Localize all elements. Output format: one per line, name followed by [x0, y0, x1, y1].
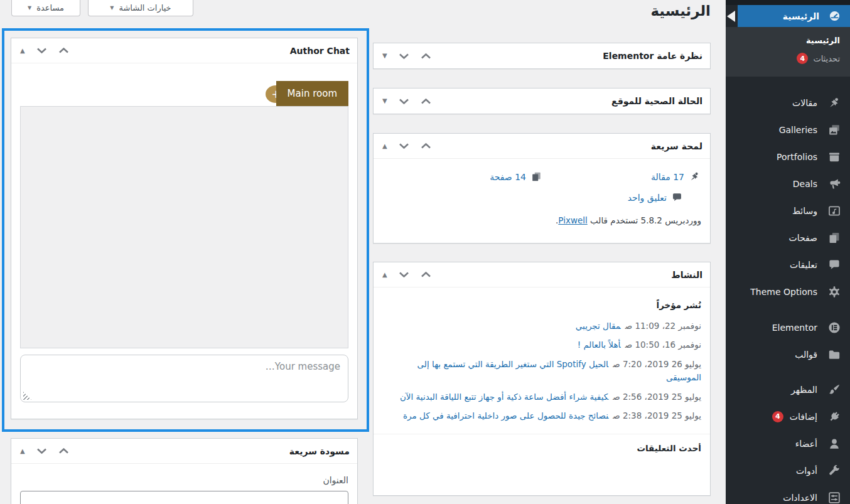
sidebar-item-templates[interactable]: قوالب: [726, 341, 850, 368]
move-down-button[interactable]: [36, 47, 47, 54]
sidebar-item-portfolios[interactable]: Portfolios: [726, 143, 850, 170]
move-down-button[interactable]: [399, 271, 409, 278]
activity-entry: يوليو 26 2019، 7:20 صالحيل Spotify التي …: [382, 355, 701, 387]
theme-link[interactable]: Pixwell: [558, 215, 587, 225]
pages-icon: [824, 232, 845, 244]
pages-icon: [531, 171, 542, 182]
sidebar-item-label: قوالب: [795, 350, 817, 360]
move-down-button[interactable]: [36, 448, 47, 454]
submenu-item-home[interactable]: الرئيسية: [726, 32, 850, 49]
entry-title-link[interactable]: أهلاً بالعالم !: [578, 340, 621, 350]
sidebar-item-tools[interactable]: أدوات: [726, 457, 850, 484]
comment-icon: [824, 259, 845, 271]
sidebar-item-label: إضافات: [790, 412, 817, 422]
chevron-up-icon: [421, 98, 431, 105]
sidebar-item-label: أعضاء: [795, 439, 817, 449]
move-up-button[interactable]: [58, 47, 69, 54]
triangle-toggle-icon: ▲: [20, 448, 25, 454]
sidebar-item-label: الاعدادات: [783, 493, 817, 503]
comment-icon: [672, 192, 682, 203]
plugins-count-badge: 4: [772, 411, 783, 422]
triangle-toggle-icon: ▼: [382, 98, 387, 104]
gear-icon: [824, 286, 845, 298]
entry-title-link[interactable]: كيفية شراء أفضل ساعة ذكية أو جهاز تتبع ا…: [400, 392, 608, 402]
sidebar-item-appearance[interactable]: المظهر: [726, 376, 850, 403]
activity-header: النشاط ▲: [374, 262, 710, 287]
wrench-icon: [824, 464, 845, 477]
sidebar-item-deals[interactable]: Deals: [726, 170, 850, 197]
elementor-icon: [824, 321, 845, 334]
sidebar-item-dashboard-active[interactable]: الرئيسية: [726, 5, 850, 27]
site-health-header: الحالة الصحية للموقع ▼: [374, 88, 710, 114]
wordpress-version-text: ووردبريس 5.8.2 تستخدم قالب Pixwell.: [382, 215, 701, 225]
admin-sidebar: الرئيسية الرئيسية تحديثات 4 مقالات Galle…: [726, 0, 850, 504]
entry-title-link[interactable]: مقال تجريبي: [576, 321, 621, 331]
help-button[interactable]: مساعدة ▼: [11, 0, 80, 16]
collapse-toggle-button[interactable]: ▼: [382, 98, 387, 104]
main-room-button[interactable]: Main room: [276, 81, 348, 106]
latest-comments-heading: أحدث التعليقات: [382, 441, 701, 456]
sidebar-item-label: صفحات: [789, 233, 817, 243]
chevron-down-icon: [399, 142, 409, 149]
draft-title-input[interactable]: [20, 491, 348, 504]
version-prefix: ووردبريس 5.8.2 تستخدم قالب: [588, 215, 701, 225]
active-item-arrow-icon: [727, 11, 735, 22]
entry-date: نوفمبر 22، 11:09 ص: [625, 321, 701, 331]
activity-entry: يوليو 25 2019، 2:56 صكيفية شراء أفضل ساع…: [382, 387, 701, 407]
move-up-button[interactable]: [58, 448, 69, 454]
sidebar-item-label: Deals: [793, 179, 817, 189]
comments-count-item: تعليق واحد: [542, 192, 700, 203]
comments-count-link[interactable]: تعليق واحد: [628, 193, 667, 203]
sidebar-item-posts[interactable]: مقالات: [726, 89, 850, 116]
entry-date: يوليو 25 2019، 2:56 ص: [613, 392, 701, 402]
sidebar-item-pages[interactable]: صفحات: [726, 224, 850, 251]
chevron-down-icon: ▼: [110, 5, 114, 11]
dashboard-submenu: الرئيسية تحديثات 4: [726, 27, 850, 77]
collapse-toggle-button[interactable]: ▲: [20, 448, 25, 454]
collapse-toggle-button[interactable]: ▲: [20, 48, 25, 54]
chevron-up-icon: [421, 53, 431, 60]
admin-menu: مقالات Galleries Portfolios Deals وسائط: [726, 77, 850, 504]
chevron-down-icon: [399, 271, 409, 278]
sidebar-item-galleries[interactable]: Galleries: [726, 116, 850, 143]
chevron-up-icon: [421, 271, 431, 278]
submenu-item-updates[interactable]: تحديثات 4: [726, 49, 850, 68]
author-chat-body: + Main room: [11, 63, 357, 412]
sidebar-item-elementor[interactable]: Elementor: [726, 314, 850, 341]
posts-count-link[interactable]: 17 مقالة: [651, 172, 684, 182]
sidebar-item-label: المظهر: [791, 385, 817, 395]
move-up-button[interactable]: [421, 53, 431, 60]
collapse-toggle-button[interactable]: ▲: [382, 272, 387, 278]
move-down-button[interactable]: [399, 142, 409, 149]
sidebar-item-label: تعليقات: [790, 260, 817, 270]
move-up-button[interactable]: [421, 142, 431, 149]
latest-comments-section: أحدث التعليقات: [374, 434, 710, 456]
collapse-toggle-button[interactable]: ▲: [382, 143, 387, 149]
sidebar-item-label: Portfolios: [777, 152, 817, 162]
sidebar-item-media[interactable]: وسائط: [726, 197, 850, 224]
quick-draft-header: مسودة سريعة ▲: [11, 439, 357, 464]
move-up-button[interactable]: [421, 98, 431, 105]
updates-count-badge: 4: [797, 53, 808, 64]
move-down-button[interactable]: [399, 53, 409, 60]
move-up-button[interactable]: [421, 271, 431, 278]
sidebar-item-plugins[interactable]: إضافات 4: [726, 403, 850, 430]
submenu-label: تحديثات: [813, 54, 840, 63]
sidebar-item-users[interactable]: أعضاء: [726, 430, 850, 457]
sidebar-item-settings[interactable]: الاعدادات: [726, 484, 850, 504]
activity-entry: نوفمبر 22، 11:09 صمقال تجريبي: [382, 316, 701, 336]
move-down-button[interactable]: [399, 98, 409, 105]
recently-published-heading: نُشر مؤخراً: [382, 295, 701, 316]
entry-title-link[interactable]: نصائح جيدة للحصول على صور داخلية احترافي…: [403, 410, 608, 421]
settings-icon: [824, 491, 845, 504]
pages-count-link[interactable]: 14 صفحة: [490, 172, 526, 182]
sidebar-item-theme-options[interactable]: Theme Options: [726, 278, 850, 305]
sidebar-item-comments[interactable]: تعليقات: [726, 251, 850, 278]
chat-message-input[interactable]: [20, 355, 348, 402]
collapse-toggle-button[interactable]: ▼: [382, 53, 387, 59]
elementor-overview-header: نظرة عامة Elementor ▼: [374, 43, 710, 68]
screen-options-button[interactable]: خيارات الشاشة ▼: [88, 0, 193, 16]
triangle-toggle-icon: ▼: [382, 53, 387, 59]
portfolio-icon: [824, 151, 845, 163]
gallery-icon: [824, 124, 845, 136]
